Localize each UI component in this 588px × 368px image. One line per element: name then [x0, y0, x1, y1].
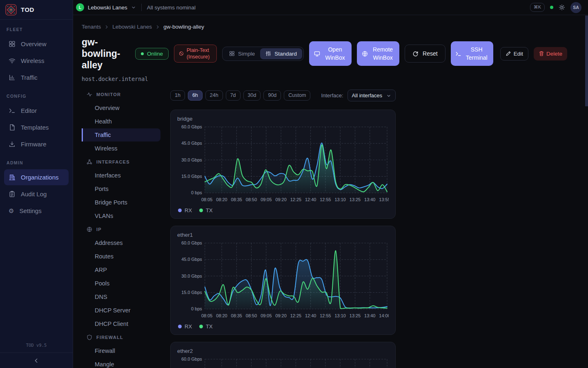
subnav-section-label: FIREWALL: [96, 335, 123, 340]
sidebar-item-traffic[interactable]: Traffic: [4, 70, 69, 85]
user-avatar[interactable]: SA: [570, 2, 581, 13]
subnav-item-interfaces[interactable]: Interfaces: [82, 169, 160, 182]
remote-winbox-label: Remote WinBox: [371, 45, 395, 62]
range-1h[interactable]: 1h: [170, 90, 185, 101]
scrollbar-thumb[interactable]: [585, 16, 588, 106]
sidebar-item-editor[interactable]: Editor: [4, 103, 69, 119]
chart-legend: RXTX: [177, 206, 389, 214]
range-90d[interactable]: 90d: [263, 90, 281, 101]
svg-text:12:40: 12:40: [305, 313, 316, 318]
svg-text:08:05: 08:05: [201, 313, 212, 318]
svg-text:09:05: 09:05: [261, 313, 272, 318]
sidebar-item-wireless[interactable]: Wireless: [4, 53, 69, 69]
window-scrollbar[interactable]: [585, 16, 588, 368]
globe-icon: [362, 51, 368, 57]
topbar-divider: [141, 4, 142, 11]
subnav-item-dns[interactable]: DNS: [82, 290, 160, 303]
globe-icon: [87, 227, 92, 232]
sidebar-item-organizations[interactable]: Organizations: [4, 169, 69, 185]
sidebar-item-label: Organizations: [21, 174, 59, 181]
breadcrumb-item[interactable]: Tenants: [82, 24, 101, 30]
legend-dot-icon: [199, 209, 203, 212]
subnav-item-routes[interactable]: Routes: [82, 250, 160, 263]
subnav-item-mangle[interactable]: Mangle: [82, 358, 160, 368]
subnav-section-label: MONITOR: [96, 92, 121, 97]
range-custom[interactable]: Custom: [284, 90, 310, 101]
svg-text:60.0 Gbps: 60.0 Gbps: [181, 240, 202, 245]
app-logo-row[interactable]: TOD: [0, 0, 73, 20]
chart-card-ether1: ether10 bps15.0 Gbps30.0 Gbps45.0 Gbps60…: [170, 226, 396, 335]
sidebar-item-audit-log[interactable]: Audit Log: [4, 186, 69, 202]
sidebar-section-admin: ADMINOrganizationsAudit Log⚙Settings: [4, 160, 69, 219]
view-mode-simple[interactable]: Simple: [224, 48, 260, 59]
range-30d[interactable]: 30d: [243, 90, 261, 101]
sidebar-section-label: FLEET: [7, 27, 66, 32]
sidebar-collapse-button[interactable]: [0, 352, 73, 368]
svg-text:12:40: 12:40: [305, 197, 316, 202]
subnav-item-dhcp-client[interactable]: DHCP Client: [82, 317, 160, 330]
svg-text:30.0 Gbps: 30.0 Gbps: [181, 274, 202, 278]
chart-plot: 0 bps15.0 Gbps30.0 Gbps45.0 Gbps60.0 Gbp…: [177, 123, 389, 204]
view-mode-standard[interactable]: Standard: [260, 48, 302, 59]
standard-label: Standard: [274, 51, 297, 57]
sidebar-item-firmware[interactable]: Firmware: [4, 136, 69, 152]
online-label: Online: [147, 51, 163, 57]
subnav-item-dhcp-server[interactable]: DHCP Server: [82, 304, 160, 317]
subnav-item-traffic[interactable]: Traffic: [82, 128, 160, 141]
legend-label: RX: [185, 323, 192, 330]
breadcrumb-item[interactable]: Lebowski Lanes: [112, 24, 152, 30]
main-nav: FLEETOverviewWirelessTrafficCONFIGEditor…: [0, 20, 73, 339]
subnav-section-header: INTERFACES: [82, 155, 160, 168]
subnav-item-firewall[interactable]: Firewall: [82, 344, 160, 357]
tenant-switcher[interactable]: L Lebowski Lanes: [76, 3, 136, 11]
sidebar-item-label: Firmware: [21, 141, 47, 148]
legend-label: RX: [185, 207, 192, 213]
legend-label: TX: [206, 323, 213, 330]
svg-text:13:55: 13:55: [379, 197, 389, 202]
sidebar-item-templates[interactable]: Templates: [4, 119, 69, 135]
sidebar-item-overview[interactable]: Overview: [4, 36, 69, 52]
device-host: host.docker.internal: [82, 76, 588, 82]
svg-text:08:35: 08:35: [231, 313, 242, 318]
range-6h[interactable]: 6h: [188, 90, 203, 101]
app-name: TOD: [21, 6, 34, 13]
svg-text:0 bps: 0 bps: [191, 306, 202, 311]
svg-text:0 bps: 0 bps: [191, 190, 202, 195]
svg-text:13:40: 13:40: [364, 313, 375, 318]
subnav-section-ip: IPAddressesRoutesARPPoolsDNSDHCP ServerD…: [82, 223, 160, 330]
command-palette-shortcut[interactable]: ⌘K: [530, 3, 545, 12]
range-24h[interactable]: 24h: [205, 90, 223, 101]
subnav-item-overview[interactable]: Overview: [82, 101, 160, 114]
subnav-item-ports[interactable]: Ports: [82, 182, 160, 195]
range-7d[interactable]: 7d: [226, 90, 241, 101]
svg-text:45.0 Gbps: 45.0 Gbps: [181, 141, 202, 146]
open-winbox-button[interactable]: Open WinBox: [309, 41, 352, 66]
open-winbox-label: Open WinBox: [323, 45, 347, 62]
interface-select[interactable]: All interfaces: [347, 90, 396, 101]
subnav-item-wireless[interactable]: Wireless: [82, 142, 160, 155]
svg-text:08:20: 08:20: [216, 197, 227, 202]
subnav-item-health[interactable]: Health: [82, 115, 160, 128]
subnav-item-vlans[interactable]: VLANs: [82, 209, 160, 222]
sidebar-item-settings[interactable]: ⚙Settings: [4, 203, 69, 219]
subnav-item-arp[interactable]: ARP: [82, 263, 160, 276]
edit-label: Edit: [514, 51, 523, 57]
wifi-icon: [9, 57, 16, 64]
terminal-icon: [455, 51, 461, 57]
edit-button[interactable]: Edit: [500, 47, 528, 61]
remote-winbox-button[interactable]: Remote WinBox: [357, 41, 399, 66]
ssh-terminal-label: SSH Terminal: [465, 45, 488, 62]
subnav-section-firewall: FIREWALLFirewallMangle: [82, 331, 160, 368]
subnav-item-pools[interactable]: Pools: [82, 277, 160, 290]
chevron-down-icon: [131, 5, 136, 10]
svg-text:15.0 Gbps: 15.0 Gbps: [181, 290, 202, 295]
theme-toggle-button[interactable]: [559, 4, 565, 11]
subnav-item-bridge-ports[interactable]: Bridge Ports: [82, 196, 160, 209]
subnav-item-addresses[interactable]: Addresses: [82, 236, 160, 249]
online-dot-icon: [141, 52, 144, 55]
gear-icon: ⚙: [9, 208, 14, 214]
reset-button[interactable]: Reset: [405, 45, 445, 63]
svg-text:60.0 Gbps: 60.0 Gbps: [181, 357, 202, 361]
ssh-terminal-button[interactable]: SSH Terminal: [451, 41, 493, 66]
delete-button[interactable]: Delete: [534, 47, 567, 61]
